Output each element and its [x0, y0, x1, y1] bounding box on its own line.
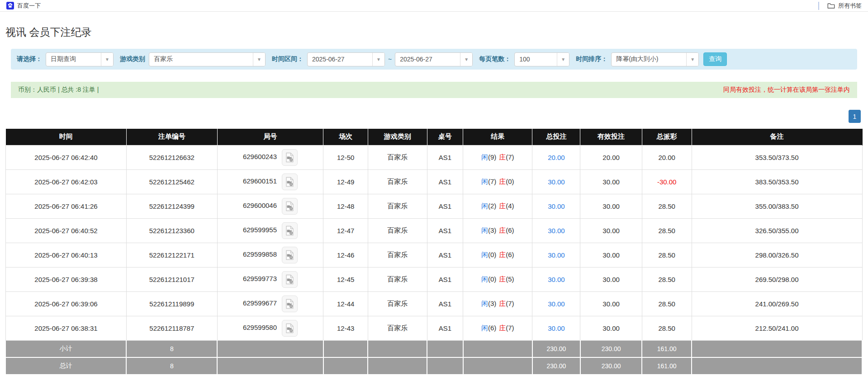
page-size-label: 每页笔数：	[479, 55, 511, 63]
video-replay-button[interactable]	[282, 149, 298, 166]
cell-bet-id: 522612124399	[126, 194, 217, 218]
bookmarks-divider	[818, 2, 819, 10]
result-player-score: (6)	[488, 324, 496, 332]
round-id: 629600243	[243, 153, 277, 160]
cell-payout: 28.50	[642, 267, 692, 291]
cell-round: 629599773	[217, 267, 323, 291]
video-replay-button[interactable]	[282, 222, 298, 239]
cell-result: 闲(0)庄(5)	[463, 267, 532, 291]
total-bet-link[interactable]: 30.00	[548, 251, 565, 259]
result-player-label: 闲	[481, 153, 488, 161]
cell-round: 629599955	[217, 218, 323, 243]
game-type-select[interactable]: 百家乐 ▼	[149, 52, 266, 66]
date-from-select[interactable]: 2025-06-27 ▼	[307, 52, 385, 66]
page-1-button[interactable]: 1	[849, 110, 861, 123]
round-id: 629599773	[243, 275, 277, 282]
table-footer: 小计 8 230.00 230.00 161.00 总计 8 230.00 23…	[6, 340, 863, 375]
total-bet-link[interactable]: 30.00	[548, 178, 565, 186]
cell-session: 12-47	[323, 218, 368, 243]
video-replay-button[interactable]	[282, 296, 298, 312]
total-bet-link[interactable]: 20.00	[548, 154, 565, 161]
query-type-label: 请选择：	[17, 55, 42, 63]
video-replay-button[interactable]	[282, 174, 298, 190]
result-banker-score: (0)	[506, 178, 514, 185]
cell-round: 629600151	[217, 169, 323, 194]
result-player-label: 闲	[481, 202, 488, 210]
cell-bet-id: 522612118787	[126, 316, 217, 340]
table-row: 2025-06-27 06:42:40 522612126632 6296002…	[6, 145, 863, 169]
result-banker-score: (7)	[506, 324, 514, 332]
header-bet-id: 注单编号	[126, 129, 217, 145]
query-type-select[interactable]: 日期查询 ▼	[46, 52, 114, 66]
cell-bet-id: 522612125462	[126, 169, 217, 194]
video-replay-button[interactable]	[282, 320, 298, 337]
date-to-select[interactable]: 2025-06-27 ▼	[395, 52, 473, 66]
all-bookmarks-button[interactable]: 所有书签	[827, 2, 862, 10]
sort-select[interactable]: 降幂(由大到小) ▼	[611, 52, 699, 66]
cell-session: 12-45	[323, 267, 368, 291]
cell-game: 百家乐	[368, 169, 427, 194]
cell-table: AS1	[427, 145, 463, 169]
cell-session: 12-49	[323, 169, 368, 194]
total-bet-link[interactable]: 30.00	[548, 324, 565, 332]
cell-time: 2025-06-27 06:41:26	[6, 194, 127, 218]
header-round: 局号	[217, 129, 323, 145]
cell-result: 闲(3)庄(7)	[463, 291, 532, 316]
result-banker-label: 庄	[499, 251, 506, 258]
cell-payout: 28.50	[642, 218, 692, 243]
all-bookmarks-label: 所有书签	[838, 2, 862, 10]
result-player-score: (3)	[488, 300, 496, 307]
subtotal-total-bet: 230.00	[532, 340, 580, 357]
result-player-label: 闲	[481, 251, 488, 258]
cell-total-bet: 30.00	[532, 267, 580, 291]
cell-payout: 28.50	[642, 316, 692, 340]
cell-time: 2025-06-27 06:42:40	[6, 145, 127, 169]
cell-payout: 28.50	[642, 291, 692, 316]
header-time: 时间	[6, 129, 127, 145]
cell-payout: -30.00	[642, 169, 692, 194]
cell-session: 12-46	[323, 243, 368, 267]
cell-bet-id: 522612121017	[126, 267, 217, 291]
cell-valid-bet: 30.00	[580, 291, 642, 316]
page-size-select[interactable]: 100 ▼	[514, 52, 569, 66]
cell-time: 2025-06-27 06:40:52	[6, 218, 127, 243]
cell-total-bet: 30.00	[532, 218, 580, 243]
video-replay-button[interactable]	[282, 198, 298, 215]
total-bet-link[interactable]: 30.00	[548, 300, 565, 308]
video-replay-button[interactable]	[282, 271, 298, 288]
cell-time: 2025-06-27 06:39:38	[6, 267, 127, 291]
search-button[interactable]: 查询	[703, 52, 727, 66]
header-game: 游戏类别	[368, 129, 427, 145]
cell-time: 2025-06-27 06:42:03	[6, 169, 127, 194]
cell-total-bet: 30.00	[532, 194, 580, 218]
currency-summary-text: 币别：人民币 | 总共 :8 注单 |	[18, 86, 99, 94]
chevron-down-icon: ▼	[253, 53, 265, 66]
date-range-label: 时间区间：	[272, 55, 304, 63]
cell-session: 12-44	[323, 291, 368, 316]
cell-round: 629599677	[217, 291, 323, 316]
total-bet-link[interactable]: 30.00	[548, 276, 565, 283]
cell-total-bet: 20.00	[532, 145, 580, 169]
table-row: 2025-06-27 06:39:38 522612121017 6295997…	[6, 267, 863, 291]
folder-icon	[827, 2, 835, 9]
round-id: 629600151	[243, 177, 277, 185]
baidu-paw-icon	[6, 2, 14, 9]
cell-game: 百家乐	[368, 243, 427, 267]
cell-table: AS1	[427, 291, 463, 316]
cell-valid-bet: 30.00	[580, 218, 642, 243]
cell-bet-id: 522612119899	[126, 291, 217, 316]
result-banker-score: (4)	[506, 202, 514, 210]
bookmark-baidu[interactable]: 百度一下	[6, 2, 41, 10]
header-total-bet: 总投注	[532, 129, 580, 145]
cell-game: 百家乐	[368, 145, 427, 169]
video-replay-button[interactable]	[282, 247, 298, 263]
total-bet-link[interactable]: 30.00	[548, 227, 565, 235]
result-banker-label: 庄	[499, 153, 506, 161]
result-banker-score: (7)	[506, 153, 514, 161]
cell-bet-id: 522612122171	[126, 243, 217, 267]
cell-remark: 353.50/373.50	[692, 145, 862, 169]
cell-game: 百家乐	[368, 267, 427, 291]
subtotal-label: 小计	[6, 340, 127, 357]
bet-records-table-wrap: 时间 注单编号 局号 场次 游戏类别 桌号 结果 总投注 有效投注 总派彩 备注…	[5, 129, 863, 375]
total-bet-link[interactable]: 30.00	[548, 202, 565, 210]
